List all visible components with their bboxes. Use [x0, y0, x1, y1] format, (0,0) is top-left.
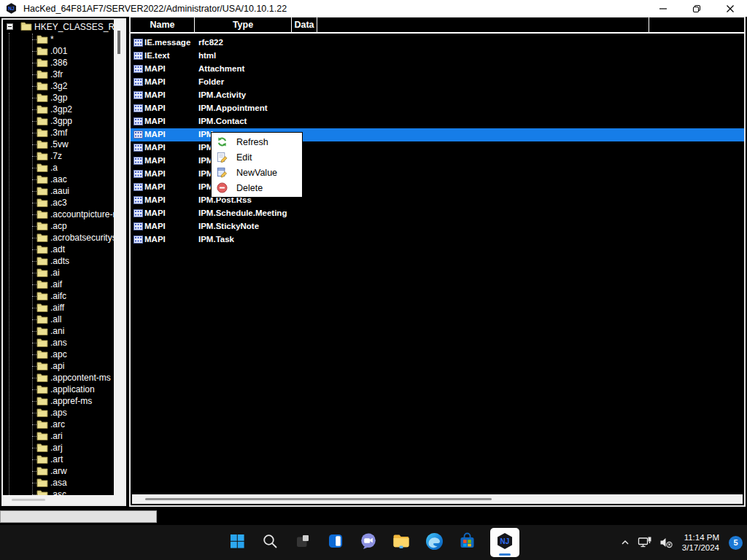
tree-item[interactable]: .a — [3, 162, 114, 174]
tree-item[interactable]: .3gpp — [3, 115, 114, 127]
registry-value-icon — [133, 157, 143, 165]
tree-item[interactable]: .ari — [3, 430, 114, 442]
folder-icon — [36, 174, 48, 184]
registry-value-row[interactable]: MAPIIPM.Contact — [131, 115, 744, 128]
edit-icon — [217, 152, 228, 163]
tree-item[interactable]: .apc — [3, 349, 114, 360]
tree-item[interactable]: .acrobatsecuritysett — [3, 232, 114, 244]
tree-item[interactable]: .aaui — [3, 185, 114, 197]
value-type: IPM.Contact — [198, 117, 247, 125]
collapse-expander-icon[interactable] — [7, 23, 13, 30]
tree-item[interactable]: * — [3, 34, 114, 45]
column-header-type[interactable]: Type — [195, 18, 292, 32]
tree-item[interactable]: .ai — [3, 267, 114, 279]
registry-value-row[interactable]: MAPIIPM.StickyNote — [131, 220, 744, 233]
tree-item[interactable]: .5vw — [3, 139, 114, 150]
column-header-name[interactable]: Name — [131, 18, 195, 32]
context-menu-item-delete[interactable]: Delete — [212, 180, 302, 195]
tree-item[interactable]: .ac3 — [3, 197, 114, 209]
taskbar-edge-button[interactable] — [425, 533, 444, 552]
close-button[interactable] — [713, 0, 747, 17]
tree-item-label: .ans — [50, 338, 67, 348]
tree-item[interactable]: .7z — [3, 150, 114, 162]
tree-item[interactable]: .api — [3, 360, 114, 372]
tree-item[interactable]: .all — [3, 314, 114, 325]
tree-item[interactable]: .001 — [3, 45, 114, 57]
registry-value-row[interactable]: IE.messagerfc822 — [131, 36, 744, 50]
tree-item[interactable]: .accountpicture-ms — [3, 209, 114, 220]
value-type: IPM.Activity — [198, 90, 246, 99]
folder-icon — [36, 116, 48, 125]
column-header-data[interactable]: Data — [292, 18, 317, 32]
registry-value-row[interactable]: MAPIIPM.Schedule.Meeting — [131, 207, 744, 220]
registry-value-row[interactable]: MAPIIPM.Appointment — [131, 102, 744, 115]
taskbar-task-view-button[interactable] — [293, 533, 312, 552]
taskbar-clock[interactable]: 11:14 PM 3/17/2024 — [682, 532, 719, 553]
value-name: MAPI — [144, 195, 166, 204]
tree-item[interactable]: .3fr — [3, 69, 114, 80]
tree-item[interactable]: .application — [3, 384, 114, 395]
value-name: MAPI — [144, 182, 166, 191]
notification-badge[interactable]: 5 — [729, 536, 743, 550]
tree-item[interactable]: .386 — [3, 57, 114, 69]
registry-value-row[interactable]: MAPIFolder — [131, 76, 744, 89]
tree-item[interactable]: .aifc — [3, 290, 114, 302]
registry-value-row[interactable]: MAPIIPM.Activity — [131, 89, 744, 102]
chevron-up-icon[interactable] — [619, 537, 631, 548]
tree-item[interactable]: .adts — [3, 255, 114, 267]
folder-icon — [36, 489, 48, 495]
scrollbar-thumb[interactable] — [12, 499, 45, 501]
tree-item[interactable]: .ani — [3, 325, 114, 337]
tree-item[interactable]: .aps — [3, 407, 114, 419]
taskbar-start-button[interactable] — [228, 533, 247, 552]
value-type: IPM.StickyNote — [198, 222, 259, 230]
tree-vertical-scrollbar[interactable] — [114, 20, 125, 495]
tree-item[interactable]: .appref-ms — [3, 395, 114, 407]
tree-item[interactable]: .arj — [3, 442, 114, 454]
registry-value-row[interactable]: IE.texthtml — [131, 50, 744, 63]
tree-horizontal-scrollbar[interactable] — [3, 495, 125, 505]
tree-item[interactable]: .aiff — [3, 302, 114, 314]
taskbar-njrat-button[interactable]: NJ — [490, 528, 519, 557]
folder-icon — [36, 349, 48, 359]
registry-value-icon — [133, 52, 143, 60]
taskbar-file-explorer-button[interactable] — [392, 533, 411, 552]
volume-muted-icon[interactable] — [659, 536, 673, 549]
tree-item[interactable]: .adt — [3, 244, 114, 255]
tree-item[interactable]: .aif — [3, 279, 114, 290]
scrollbar-thumb[interactable] — [117, 31, 120, 54]
tree-root-item[interactable]: HKEY_CLASSES_ROO — [3, 20, 114, 34]
folder-icon — [36, 373, 48, 382]
tree-item[interactable]: .art — [3, 454, 114, 465]
tree-item-label: .3gpp — [50, 116, 72, 126]
tree-item[interactable]: .3g2 — [3, 80, 114, 92]
tree-item[interactable]: .asa — [3, 477, 114, 489]
tree-item[interactable]: .acp — [3, 220, 114, 232]
taskbar-store-button[interactable] — [457, 533, 476, 552]
tree-item[interactable]: .arc — [3, 419, 114, 430]
list-horizontal-scrollbar[interactable] — [132, 494, 743, 504]
taskbar-chat-button[interactable] — [359, 533, 378, 552]
tree-item[interactable]: .3mf — [3, 127, 114, 139]
restore-button[interactable] — [680, 0, 713, 17]
tree-item[interactable]: .asc — [3, 489, 114, 495]
registry-value-icon — [133, 144, 143, 152]
registry-value-row[interactable]: MAPIIPM.Task — [131, 233, 744, 246]
context-menu-item-refresh[interactable]: Refresh — [212, 134, 302, 149]
taskbar-search-button[interactable] — [260, 533, 279, 552]
tree-item[interactable]: .aac — [3, 174, 114, 185]
minimize-button[interactable] — [646, 0, 680, 17]
tree-item[interactable]: .arw — [3, 465, 114, 477]
scrollbar-thumb[interactable] — [145, 498, 492, 500]
tree-item-label: .aiff — [50, 303, 64, 313]
tree-item-label: .ac3 — [50, 198, 67, 208]
tree-item[interactable]: .appcontent-ms — [3, 372, 114, 384]
network-icon[interactable] — [638, 536, 652, 549]
tree-item[interactable]: .3gp — [3, 92, 114, 104]
registry-value-row[interactable]: MAPIAttachment — [131, 63, 744, 76]
taskbar-widgets-button[interactable] — [326, 533, 345, 552]
tree-item[interactable]: .3gp2 — [3, 104, 114, 115]
tree-item[interactable]: .ans — [3, 337, 114, 349]
context-menu-item-newvalue[interactable]: NewValue — [212, 165, 302, 180]
context-menu-item-edit[interactable]: Edit — [212, 149, 302, 165]
